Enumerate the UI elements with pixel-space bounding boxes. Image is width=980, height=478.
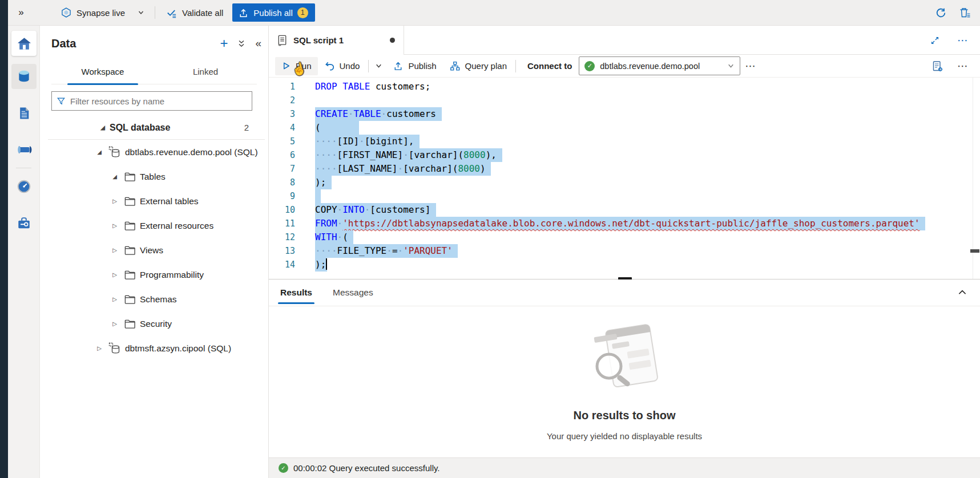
collapsed-triangle-icon[interactable]: ▷: [110, 321, 119, 327]
top-command-bar: » Synapse live Validate all Publish all …: [8, 0, 980, 26]
folder-icon: [124, 195, 136, 207]
tab-more-options-icon[interactable]: ⋯: [953, 34, 973, 47]
query-plan-button[interactable]: Query plan: [443, 57, 513, 75]
collapsed-triangle-icon[interactable]: ▷: [110, 272, 119, 278]
expand-sidebar-chevrons-icon[interactable]: »: [8, 7, 34, 18]
expand-editor-icon[interactable]: [929, 34, 941, 47]
collapsed-triangle-icon[interactable]: ▷: [110, 222, 119, 229]
divider: [368, 60, 369, 72]
line-number: 6: [269, 148, 295, 162]
publish-count-badge: 1: [297, 7, 308, 18]
code-line-13[interactable]: 13····FILE_TYPE·=·'PARQUET': [269, 244, 980, 258]
publish-button[interactable]: Publish: [386, 57, 442, 75]
tree-item-schemas[interactable]: ▷Schemas: [40, 287, 268, 311]
tree-item-tables[interactable]: ◢Tables: [40, 164, 268, 189]
add-resource-icon[interactable]: +: [220, 38, 228, 49]
collapsed-triangle-icon[interactable]: ▷: [110, 198, 119, 204]
collapsed-triangle-icon[interactable]: ▷: [110, 247, 119, 253]
tree-item-external-tables[interactable]: ▷External tables: [40, 189, 268, 213]
code-line-9[interactable]: 9: [269, 189, 980, 203]
code-line-11[interactable]: 11FROM·'https://dbtlabsynapsedatalake.bl…: [269, 217, 980, 230]
collapse-panel-icon[interactable]: «: [255, 37, 261, 50]
tree-item-label: SQL database: [110, 123, 170, 133]
line-number: 5: [269, 135, 295, 148]
code-line-8[interactable]: 8);: [269, 176, 980, 189]
line-number: 9: [269, 189, 295, 203]
tree-item-label: Views: [140, 245, 163, 256]
publish-all-button[interactable]: Publish all 1: [232, 3, 314, 22]
code-line-12[interactable]: 12WITH·(: [269, 230, 980, 244]
line-number: 10: [269, 203, 295, 217]
toolbar-more-options-icon[interactable]: ⋯: [740, 59, 761, 72]
nav-manage-icon[interactable]: [11, 210, 37, 236]
tree-item-programmability[interactable]: ▷Programmability: [40, 262, 268, 287]
code-line-14[interactable]: 14);: [269, 258, 980, 272]
tree-item-views[interactable]: ▷Views: [40, 238, 268, 262]
code-line-4[interactable]: 4(: [269, 121, 980, 135]
script-properties-icon[interactable]: [930, 59, 945, 74]
nav-develop-icon[interactable]: [11, 100, 37, 125]
tab-messages[interactable]: Messages: [328, 279, 378, 306]
collapse-results-chevron-up-icon[interactable]: [957, 287, 967, 298]
main-panel: SQL script 1 ⋯ Run Undo: [269, 26, 980, 478]
refresh-icon[interactable]: [934, 6, 948, 20]
nav-home-icon[interactable]: [11, 31, 37, 56]
collapsed-triangle-icon[interactable]: ▷: [95, 345, 104, 351]
tree-item-security[interactable]: ▷Security: [40, 311, 268, 336]
code-line-10[interactable]: 10COPY·INTO·[customers]: [269, 203, 980, 217]
collapse-all-icon[interactable]: [237, 39, 245, 48]
synapse-hexagon-icon: [61, 7, 72, 18]
expanded-triangle-icon[interactable]: ◢: [98, 124, 107, 131]
tree-item-label: Schemas: [140, 294, 177, 305]
mode-selector[interactable]: Synapse live: [55, 0, 150, 26]
code-line-2[interactable]: 2: [269, 94, 980, 107]
results-panel: Results Messages: [269, 279, 980, 457]
editor-more-options-icon[interactable]: ⋯: [953, 59, 973, 72]
tab-sql-script-1[interactable]: SQL script 1: [269, 26, 404, 55]
code-line-1[interactable]: 1DROP TABLE customers;: [269, 80, 980, 94]
undo-button[interactable]: Undo: [318, 57, 366, 75]
line-number: 8: [269, 176, 295, 189]
undo-redo-dropdown-chevron-icon[interactable]: [371, 57, 386, 75]
folder-icon: [124, 269, 136, 281]
tab-workspace[interactable]: Workspace: [51, 60, 154, 84]
connect-to-pool-select[interactable]: ✓ dbtlabs.revenue.demo.pool: [579, 56, 740, 75]
tree-item-label: Security: [140, 319, 172, 329]
run-button[interactable]: Run: [275, 57, 318, 75]
sql-code-editor[interactable]: 1DROP TABLE customers;23CREATE·TABLE·cus…: [269, 78, 980, 279]
expanded-triangle-icon[interactable]: ◢: [95, 149, 104, 155]
line-number: 7: [269, 162, 295, 176]
database-icon: [108, 342, 121, 355]
code-line-7[interactable]: 7····[LAST_NAME]·[varchar](8000): [269, 162, 980, 176]
validate-all-label: Validate all: [182, 8, 223, 18]
nav-integrate-icon[interactable]: [11, 137, 37, 162]
document-tabbar: SQL script 1 ⋯: [269, 26, 980, 55]
divider: [515, 60, 516, 72]
tree-item-label: Tables: [140, 172, 166, 182]
expanded-triangle-icon[interactable]: ◢: [110, 173, 119, 180]
nav-monitor-icon[interactable]: [11, 174, 37, 199]
code-line-5[interactable]: 5····[ID]·[bigint],: [269, 135, 980, 148]
tree-item-dbtlabs-revenue-demo-pool-sql[interactable]: ◢dbtlabs.revenue.demo.pool (SQL): [40, 140, 268, 164]
connect-to-label: Connect to: [518, 61, 579, 71]
code-line-3[interactable]: 3CREATE·TABLE·customers: [269, 107, 980, 121]
code-line-6[interactable]: 6····[FIRST_NAME]·[varchar](8000),: [269, 148, 980, 162]
nav-data-icon[interactable]: [11, 64, 37, 89]
mode-label: Synapse live: [76, 8, 125, 18]
validate-all-button[interactable]: Validate all: [160, 0, 229, 26]
editor-scrollbar-thumb[interactable]: [970, 249, 979, 253]
tree-item-sql-database[interactable]: ◢SQL database2: [48, 116, 265, 140]
line-number: 1: [269, 80, 295, 94]
tree-item-external-resources[interactable]: ▷External resources: [40, 213, 268, 238]
filter-input[interactable]: [70, 96, 247, 106]
run-label: Run: [296, 61, 312, 71]
tab-title: SQL script 1: [293, 35, 344, 45]
publish-icon: [393, 60, 404, 71]
tab-linked[interactable]: Linked: [154, 60, 257, 84]
collapsed-triangle-icon[interactable]: ▷: [110, 296, 119, 302]
tree-item-label: dbtmsft.azsyn.cipool (SQL): [125, 343, 231, 354]
discard-all-trash-icon[interactable]: [957, 5, 972, 20]
filter-box[interactable]: [51, 91, 252, 111]
tab-results[interactable]: Results: [276, 279, 317, 306]
tree-item-dbtmsft-azsyn-cipool-sql[interactable]: ▷dbtmsft.azsyn.cipool (SQL): [40, 336, 268, 360]
